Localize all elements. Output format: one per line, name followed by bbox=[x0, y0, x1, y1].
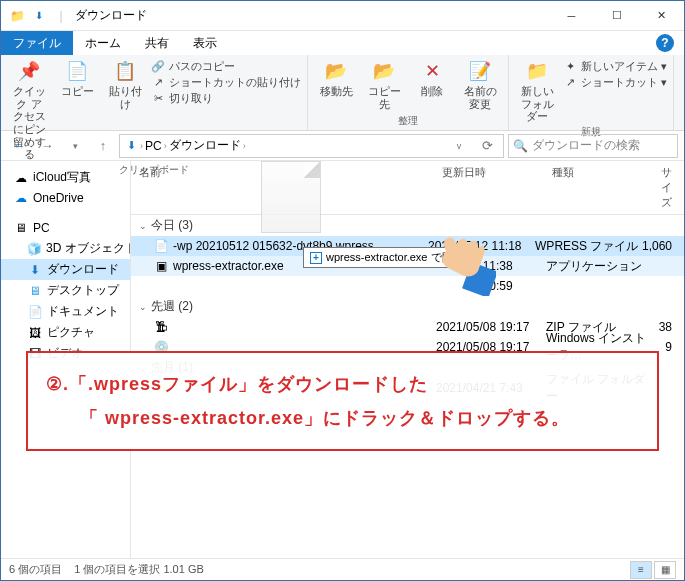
breadcrumb[interactable]: ⬇ › PC › ダウンロード › v ⟳ bbox=[119, 134, 504, 158]
window-title: ダウンロード bbox=[75, 7, 147, 24]
drag-ghost-icon bbox=[261, 161, 321, 233]
nav-icloud[interactable]: ☁iCloud写真 bbox=[1, 167, 130, 188]
status-count: 6 個の項目 bbox=[9, 562, 62, 577]
file-row-hidden[interactable]: 12 10:59 bbox=[131, 276, 684, 296]
delete-button[interactable]: ✕削除 bbox=[410, 57, 454, 100]
column-headers: 名前 更新日時 種類 サイズ bbox=[131, 161, 684, 215]
move-to-button[interactable]: 📂移動先 bbox=[314, 57, 358, 100]
shortcut-icon: ↗ bbox=[151, 76, 165, 90]
cube-icon: 🧊 bbox=[27, 241, 42, 257]
nav-3d-objects[interactable]: 🧊3D オブジェクト bbox=[1, 238, 130, 259]
group-open-label: 開く bbox=[680, 114, 685, 130]
desktop-icon: 🖥 bbox=[27, 283, 43, 299]
tab-file[interactable]: ファイル bbox=[1, 31, 73, 55]
exe-icon: ▣ bbox=[153, 258, 169, 274]
nav-downloads[interactable]: ⬇ダウンロード bbox=[1, 259, 130, 280]
col-size[interactable]: サイズ bbox=[653, 161, 684, 214]
help-icon[interactable]: ? bbox=[656, 34, 674, 52]
new-shortcut-button[interactable]: ↗ショートカット ▾ bbox=[563, 75, 667, 90]
paste-shortcut-button[interactable]: ↗ショートカットの貼り付け bbox=[151, 75, 301, 90]
rename-button[interactable]: 📝名前の変更 bbox=[458, 57, 502, 112]
pointing-hand-icon bbox=[426, 216, 496, 296]
paste-button[interactable]: 📋貼り付け bbox=[103, 57, 147, 112]
status-selected: 1 個の項目を選択 1.01 GB bbox=[74, 562, 204, 577]
nav-up-button[interactable]: ↑ bbox=[91, 134, 115, 158]
search-icon: 🔍 bbox=[513, 139, 528, 153]
nav-pc[interactable]: 🖥PC bbox=[1, 218, 130, 238]
annotation-line2: 「 wpress-extractor.exe」にドラック＆ドロップする。 bbox=[46, 401, 639, 435]
refresh-button[interactable]: ⟳ bbox=[475, 134, 499, 158]
tab-view[interactable]: 表示 bbox=[181, 31, 229, 55]
breadcrumb-pc[interactable]: PC bbox=[145, 139, 162, 153]
moveto-icon: 📂 bbox=[324, 59, 348, 83]
view-icons-button[interactable]: ▦ bbox=[654, 561, 676, 579]
nav-documents[interactable]: 📄ドキュメント bbox=[1, 301, 130, 322]
view-details-button[interactable]: ≡ bbox=[630, 561, 652, 579]
plus-icon: + bbox=[310, 252, 322, 264]
chevron-down-icon: ⌄ bbox=[139, 221, 147, 231]
cut-button[interactable]: ✂切り取り bbox=[151, 91, 301, 106]
copy-button[interactable]: 📄コピー bbox=[55, 57, 99, 100]
status-bar: 6 個の項目 1 個の項目を選択 1.01 GB ≡ ▦ bbox=[1, 558, 684, 580]
titlebar: 📁 ⬇ | ダウンロード ─ ☐ ✕ bbox=[1, 1, 684, 31]
minimize-button[interactable]: ─ bbox=[549, 1, 594, 31]
downloads2-icon: ⬇ bbox=[27, 262, 43, 278]
scissors-icon: ✂ bbox=[151, 92, 165, 106]
file-type: アプリケーション bbox=[546, 258, 656, 275]
down-arrow-icon[interactable]: ⬇ bbox=[31, 8, 47, 24]
group-lastweek[interactable]: ⌄先週 (2) bbox=[131, 296, 684, 317]
documents-icon: 📄 bbox=[27, 304, 43, 320]
newfolder-icon: 📁 bbox=[525, 59, 549, 83]
file-size: 38 bbox=[656, 320, 684, 334]
delete-icon: ✕ bbox=[420, 59, 444, 83]
pc-icon: 🖥 bbox=[13, 220, 29, 236]
copyto-icon: 📂 bbox=[372, 59, 396, 83]
file-icon: 📄 bbox=[153, 238, 169, 254]
new-item-button[interactable]: ✦新しいアイテム ▾ bbox=[563, 59, 667, 74]
address-bar: ← → ▾ ↑ ⬇ › PC › ダウンロード › v ⟳ 🔍 ダウンロードの検… bbox=[1, 131, 684, 161]
close-button[interactable]: ✕ bbox=[639, 1, 684, 31]
divider-icon: | bbox=[53, 8, 69, 24]
nav-pictures[interactable]: 🖼ピクチャ bbox=[1, 322, 130, 343]
chevron-down-icon: ⌄ bbox=[139, 302, 147, 312]
file-size: 9 bbox=[656, 340, 684, 354]
search-placeholder: ダウンロードの検索 bbox=[532, 137, 640, 154]
nav-onedrive[interactable]: ☁OneDrive bbox=[1, 188, 130, 208]
onedrive-icon: ☁ bbox=[13, 190, 29, 206]
col-date[interactable]: 更新日時 bbox=[434, 161, 543, 214]
copy-path-button[interactable]: 🔗パスのコピー bbox=[151, 59, 301, 74]
nav-recent-button[interactable]: ▾ bbox=[63, 134, 87, 158]
search-input[interactable]: 🔍 ダウンロードの検索 bbox=[508, 134, 678, 158]
pictures-icon: 🖼 bbox=[27, 325, 43, 341]
new-folder-button[interactable]: 📁新しいフォルダー bbox=[515, 57, 559, 125]
file-date: 2021/05/08 19:17 bbox=[436, 320, 546, 334]
copy-to-button[interactable]: 📂コピー先 bbox=[362, 57, 406, 112]
annotation-line1: ②.「.wpressファイル」をダウンロードした bbox=[46, 367, 639, 401]
rename-icon: 📝 bbox=[468, 59, 492, 83]
properties-button[interactable]: ✔プロパティ bbox=[680, 57, 685, 112]
menubar: ファイル ホーム 共有 表示 ? bbox=[1, 31, 684, 55]
group-organize-label: 整理 bbox=[314, 114, 502, 130]
paste-icon: 📋 bbox=[113, 59, 137, 83]
col-type[interactable]: 種類 bbox=[544, 161, 653, 214]
file-type: WPRESS ファイル bbox=[535, 238, 642, 255]
tab-home[interactable]: ホーム bbox=[73, 31, 133, 55]
file-size: 1,060 bbox=[642, 239, 684, 253]
newitem-icon: ✦ bbox=[563, 60, 577, 74]
pin-icon: 📌 bbox=[17, 59, 41, 83]
shortcut2-icon: ↗ bbox=[563, 76, 577, 90]
nav-desktop[interactable]: 🖥デスクトップ bbox=[1, 280, 130, 301]
downloads-icon: ⬇ bbox=[124, 139, 138, 153]
instruction-annotation: ②.「.wpressファイル」をダウンロードした 「 wpress-extrac… bbox=[26, 351, 659, 451]
group-today[interactable]: ⌄今日 (3) bbox=[131, 215, 684, 236]
folder-icon: 📁 bbox=[9, 8, 25, 24]
breadcrumb-downloads[interactable]: ダウンロード bbox=[169, 137, 241, 154]
maximize-button[interactable]: ☐ bbox=[594, 1, 639, 31]
path-icon: 🔗 bbox=[151, 60, 165, 74]
nav-back-button[interactable]: ← bbox=[7, 134, 31, 158]
breadcrumb-dropdown-button[interactable]: v bbox=[447, 134, 471, 158]
tab-share[interactable]: 共有 bbox=[133, 31, 181, 55]
icloud-icon: ☁ bbox=[13, 170, 29, 186]
file-name: wpress-extractor.exe bbox=[173, 259, 284, 273]
nav-forward-button[interactable]: → bbox=[35, 134, 59, 158]
